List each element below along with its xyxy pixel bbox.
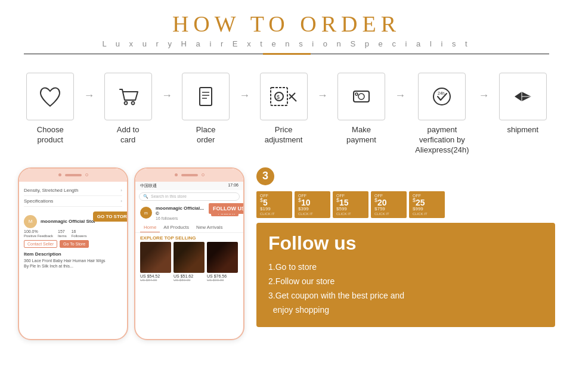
coupon-3[interactable]: OFF $15 $599 CLICK IT [333,191,368,219]
coupon-4-amount: $20 [374,198,387,207]
phone2-search-bar[interactable]: 🔍 Search in this store [139,192,240,201]
phone2-speaker [181,174,198,176]
step-choose-product: Chooseproduct [18,73,82,145]
coupon-5-off: OFF [413,194,421,198]
coupon-5-amount: $25 [413,198,425,207]
arrow-3: → [238,89,251,102]
product-2-price: US $51.62 [174,274,205,278]
product-2[interactable]: US $51.62 US $80.00 [174,242,205,282]
product-2-old-price: US $80.00 [174,278,205,282]
phone1-store-stats: 100.0%Positive Feedback 157Items 16Follo… [24,229,122,238]
coupon-1[interactable]: OFF $5 $199 CLICK IT [256,191,292,219]
coupon-3-off: OFF [336,194,345,198]
phone1-item-text: 360 Lace Front Baby Hair Human Hair Wigs… [24,258,122,269]
coupon-4-min: $759 [374,206,385,211]
coupon-5[interactable]: OFF $25 $999 CLICK IT [409,191,445,219]
step-price-adjustment: $ Priceadjustment [251,73,315,145]
step-label-add-to-cart: Add tocard [117,125,140,145]
arrow-6: → [478,89,491,102]
header-divider [24,53,549,55]
phone1-content: Density, Stretched Length › Specificatio… [19,182,127,272]
phone1-row-spec: Specifications › [24,196,122,207]
step-label-payment-verification: paymentverfication byAliexpress(24h) [415,125,469,155]
phone1-followers: 16Followers [72,229,87,238]
step-icon-price-adjustment: $ [260,73,308,120]
phone1-speaker [65,174,82,176]
phone2-followers: 16 followers [156,216,207,220]
coupon-2-click: CLICK IT [298,212,313,216]
phone-1: Density, Stretched Length › Specificatio… [18,167,128,340]
follow-box-item-2: 2.Follow our store [268,275,543,289]
arrow-4: → [316,89,329,102]
svg-rect-2 [200,88,212,105]
right-panel: 3 OFF $5 $199 CLICK IT OFF $10 $399 CLIC… [256,167,555,327]
follow-box: Follow us 1.Go to store 2.Follow our sto… [256,223,555,326]
follow-box-title: Follow us [268,232,543,254]
coupon-3-amount: $15 [336,198,349,207]
phone1-dot [58,173,61,176]
follow-box-item-1: 1.Go to store [268,260,543,275]
step-payment-verification: 24h paymentverfication byAliexpress(24h) [407,73,477,155]
step-make-payment: Makepayment [329,73,394,145]
step-icon-add-to-cart [104,73,152,120]
coupon-2-min: $399 [298,206,309,211]
contact-seller-button[interactable]: Contact Seller [24,240,57,248]
step-icon-choose-product [26,73,74,120]
nav-tab-all-products[interactable]: All Products [160,223,193,232]
phone2-carrier: 中国联通 [140,183,157,189]
phone2-store-info: moonmagic Official... © 16 followers [156,206,207,220]
follow-us-badge[interactable]: FOLLOW US [209,203,244,214]
divider-right [311,54,550,54]
product-2-image [174,242,205,273]
go-to-store-badge[interactable]: GO TO STORE [93,211,128,222]
product-1-image [140,242,171,273]
nav-tab-home[interactable]: Home [140,223,160,232]
coupon-1-click: CLICK IT [260,212,275,216]
step-icon-make-payment [337,73,385,120]
phone2-nav: Home All Products New Arrivals [135,223,243,233]
product-1-price: US $54.52 [140,274,171,278]
phone1-camera [85,173,88,176]
phone1-store-details: moonmagic Official Stor [41,219,95,224]
page-subtitle: L u x u r y H a i r E x t e n s i o n S … [0,39,573,48]
follow-box-item-3: 3.Get coupon with the best price and enj… [268,289,543,318]
coupon-4-click: CLICK IT [374,212,389,216]
coupon-1-min: $199 [260,206,271,211]
svg-point-12 [358,94,364,99]
phone2-dot [175,173,178,176]
divider-left [24,54,263,54]
coupon-3-click: CLICK IT [336,212,351,216]
phone1-item-desc: Item Description [24,251,122,257]
arrow-2: → [160,89,174,102]
step-shipment: shipment [491,73,555,135]
phone1-items: 157Items [58,229,67,238]
product-3-old-price: US $90.00 [207,278,238,282]
coupon-row: OFF $5 $199 CLICK IT OFF $10 $399 CLICK … [256,191,555,219]
header: HOW TO ORDER L u x u r y H a i r E x t e… [0,0,573,58]
steps-row: Chooseproduct → Add tocard → Placeorder … [0,58,573,161]
coupon-2-off: OFF [298,194,306,198]
arrow-5: → [394,89,407,102]
phone2-time: 17:06 [228,183,239,189]
coupon-2[interactable]: OFF $10 $399 CLICK IT [295,191,330,219]
step-label-place-order: Placeorder [196,125,216,145]
step-icon-payment-verification: 24h [418,73,466,120]
product-3[interactable]: US $76.56 US $90.00 [207,242,238,282]
phone-2: 中国联通 17:06 🔍 Search in this store FOLLOW… [134,167,244,340]
svg-point-13 [355,93,358,95]
coupon-5-click: CLICK IT [413,212,428,216]
phone2-status-bar: 中国联通 17:06 [135,182,243,190]
go-to-store-button[interactable]: Go To Store [60,240,89,248]
phone2-top-bar [135,169,243,182]
step-label-choose-product: Chooseproduct [37,125,64,145]
product-1[interactable]: US $54.52 US $84.00 [140,242,171,282]
step3-indicator: 3 [256,167,555,185]
arrow-1: → [82,89,95,102]
explore-label: EXPLORE TOP SELLING [135,233,243,242]
nav-tab-new-arrivals[interactable]: New Arrivals [193,223,226,232]
coupon-4[interactable]: OFF $20 $759 CLICK IT [371,191,407,219]
coupon-1-amount: $5 [260,198,268,207]
step-add-to-cart: Add tocard [95,73,160,145]
phone2-store-name: moonmagic Official... © [156,206,207,216]
step-label-make-payment: Makepayment [346,125,376,145]
